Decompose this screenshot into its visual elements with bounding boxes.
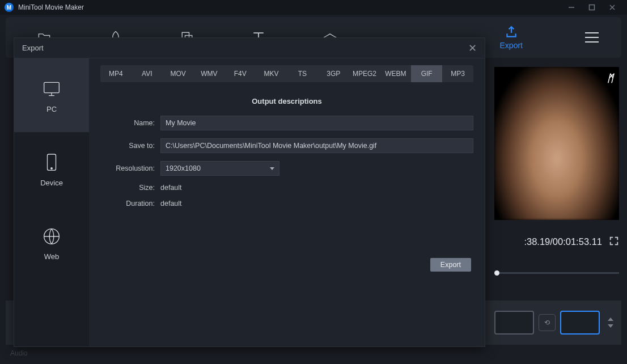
titlebar: M MiniTool Movie Maker — [0, 0, 627, 15]
preview-frame[interactable]: ᛗ — [494, 67, 619, 220]
resolution-label: Resolustion: — [100, 164, 155, 172]
name-label: Name: — [100, 119, 155, 127]
pc-icon — [40, 78, 63, 100]
format-tab-webm[interactable]: WEBM — [380, 65, 411, 82]
format-tab-wmv[interactable]: WMV — [193, 65, 224, 82]
link-icon[interactable]: ⟲ — [539, 314, 556, 331]
export-toolbar-button[interactable]: Export — [500, 25, 523, 50]
name-input[interactable] — [160, 116, 473, 130]
resolution-value: 1920x1080 — [166, 164, 201, 172]
menu-icon[interactable] — [585, 32, 599, 43]
preview-area: ᛗ :38.19/00:01:53.11 — [494, 67, 619, 248]
duration-value: default — [160, 200, 473, 208]
sidebar-item-device[interactable]: Device — [14, 132, 89, 206]
svg-rect-6 — [44, 82, 60, 92]
web-icon — [40, 225, 63, 248]
device-icon — [40, 151, 63, 174]
duration-label: Duration: — [100, 200, 155, 208]
svg-point-8 — [51, 167, 53, 169]
thumb-scroll[interactable] — [608, 318, 613, 328]
output-section-title: Output descriptions — [100, 97, 473, 105]
sidebar-item-pc[interactable]: PC — [14, 58, 89, 132]
playback-time: :38.19/00:01:53.11 — [524, 236, 602, 247]
size-label: Size: — [100, 184, 155, 192]
format-tab-mov[interactable]: MOV — [163, 65, 194, 82]
maximize-button[interactable] — [582, 1, 602, 14]
saveto-input[interactable] — [160, 138, 473, 153]
progress-handle-icon[interactable] — [494, 270, 499, 276]
playback-progress[interactable] — [494, 272, 619, 274]
format-tabs: MP4AVIMOVWMVF4VMKVTS3GPMPEG2WEBMGIFMP3 — [100, 65, 473, 82]
app-logo-icon: M — [5, 3, 14, 12]
format-tab-mkv[interactable]: MKV — [256, 65, 287, 82]
minimize-button[interactable] — [561, 1, 582, 14]
size-value: default — [160, 184, 473, 192]
watermark-icon: ᛗ — [607, 73, 613, 84]
app-title: MiniTool Movie Maker — [18, 3, 84, 11]
format-tab-mp3[interactable]: MP3 — [442, 65, 473, 82]
export-dialog: Export ✕ PC Device Web MP4AVIMOVWMVF4VMK… — [14, 37, 485, 347]
format-tab-avi[interactable]: AVI — [132, 65, 163, 82]
resolution-select[interactable]: 1920x1080 — [160, 161, 279, 176]
export-dialog-title: Export — [22, 44, 44, 52]
export-toolbar-label: Export — [500, 41, 523, 50]
format-tab-mpeg2[interactable]: MPEG2 — [349, 65, 380, 82]
format-tab-ts[interactable]: TS — [287, 65, 318, 82]
format-tab-gif[interactable]: GIF — [411, 65, 442, 82]
fullscreen-icon[interactable] — [609, 236, 619, 248]
svg-rect-1 — [590, 5, 595, 10]
saveto-label: Save to: — [100, 142, 155, 150]
format-tab-3gp[interactable]: 3GP — [318, 65, 349, 82]
thumbnail[interactable] — [560, 311, 600, 335]
caret-down-icon — [270, 167, 274, 170]
close-window-button[interactable] — [602, 1, 622, 14]
format-tab-mp4[interactable]: MP4 — [100, 65, 132, 82]
sidebar-item-label: PC — [46, 105, 57, 113]
close-dialog-button[interactable]: ✕ — [468, 42, 477, 54]
thumbnail[interactable] — [494, 311, 534, 335]
audio-track-label: Audio — [10, 349, 28, 357]
sidebar-item-label: Device — [40, 179, 63, 187]
sidebar-item-label: Web — [44, 252, 60, 261]
export-button[interactable]: Export — [430, 258, 471, 272]
sidebar-item-web[interactable]: Web — [14, 206, 89, 280]
format-tab-f4v[interactable]: F4V — [224, 65, 256, 82]
export-target-sidebar: PC Device Web — [14, 58, 89, 346]
